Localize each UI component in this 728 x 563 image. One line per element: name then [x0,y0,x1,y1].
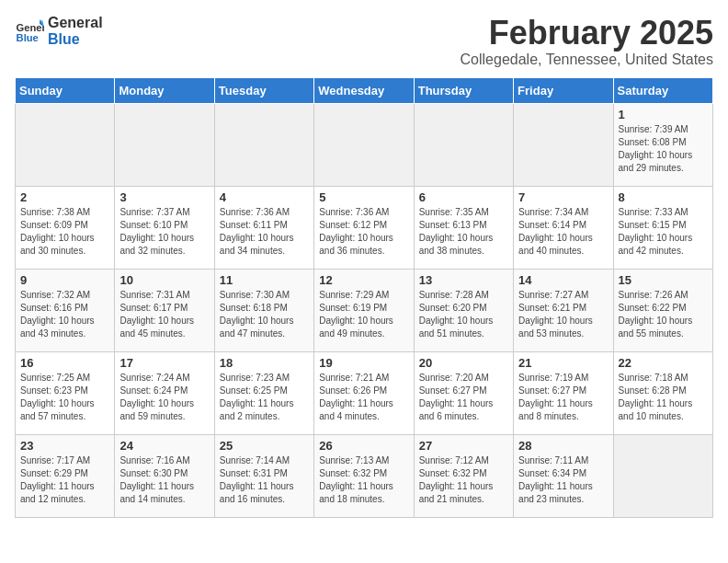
day-info: Sunrise: 7:11 AM Sunset: 6:34 PM Dayligh… [518,454,608,506]
day-number: 20 [419,356,508,370]
calendar-day-cell: 1Sunrise: 7:39 AM Sunset: 6:08 PM Daylig… [613,103,712,186]
day-info: Sunrise: 7:17 AM Sunset: 6:29 PM Dayligh… [20,454,109,506]
day-info: Sunrise: 7:38 AM Sunset: 6:09 PM Dayligh… [20,206,109,258]
calendar-day-cell [613,434,712,517]
calendar-week-row: 1Sunrise: 7:39 AM Sunset: 6:08 PM Daylig… [16,103,713,186]
calendar-day-cell: 10Sunrise: 7:31 AM Sunset: 6:17 PM Dayli… [115,269,214,351]
day-info: Sunrise: 7:29 AM Sunset: 6:19 PM Dayligh… [319,289,408,340]
calendar-day-cell: 15Sunrise: 7:26 AM Sunset: 6:22 PM Dayli… [613,269,712,351]
day-info: Sunrise: 7:25 AM Sunset: 6:23 PM Dayligh… [20,372,109,423]
day-number: 2 [20,190,109,204]
calendar-day-cell: 13Sunrise: 7:28 AM Sunset: 6:20 PM Dayli… [414,269,513,351]
day-number: 28 [518,439,608,453]
day-info: Sunrise: 7:35 AM Sunset: 6:13 PM Dayligh… [419,206,508,258]
day-number: 3 [119,190,209,204]
day-info: Sunrise: 7:16 AM Sunset: 6:30 PM Dayligh… [119,454,209,506]
day-info: Sunrise: 7:30 AM Sunset: 6:18 PM Dayligh… [220,289,309,340]
day-number: 11 [220,273,309,287]
day-of-week-header: Monday [115,77,214,103]
calendar-day-cell [16,103,115,186]
day-info: Sunrise: 7:36 AM Sunset: 6:11 PM Dayligh… [220,206,309,258]
calendar-day-cell: 6Sunrise: 7:35 AM Sunset: 6:13 PM Daylig… [414,186,513,269]
day-number: 26 [319,439,408,453]
page-header: General Blue General Blue February 2025 … [15,15,713,68]
calendar-day-cell: 16Sunrise: 7:25 AM Sunset: 6:23 PM Dayli… [16,351,115,434]
day-number: 21 [518,356,608,370]
calendar-day-cell: 14Sunrise: 7:27 AM Sunset: 6:21 PM Dayli… [514,269,613,351]
day-info: Sunrise: 7:14 AM Sunset: 6:31 PM Dayligh… [220,454,309,506]
day-info: Sunrise: 7:28 AM Sunset: 6:20 PM Dayligh… [419,289,508,340]
calendar-week-row: 23Sunrise: 7:17 AM Sunset: 6:29 PM Dayli… [16,434,713,517]
day-number: 5 [319,190,408,204]
logo-icon: General Blue [15,17,44,46]
day-info: Sunrise: 7:20 AM Sunset: 6:27 PM Dayligh… [419,372,508,423]
day-number: 27 [419,439,508,453]
day-info: Sunrise: 7:24 AM Sunset: 6:24 PM Dayligh… [119,372,209,423]
day-info: Sunrise: 7:31 AM Sunset: 6:17 PM Dayligh… [119,289,209,340]
day-info: Sunrise: 7:13 AM Sunset: 6:32 PM Dayligh… [319,454,408,506]
calendar-day-cell: 7Sunrise: 7:34 AM Sunset: 6:14 PM Daylig… [514,186,613,269]
day-number: 15 [619,273,708,287]
day-info: Sunrise: 7:19 AM Sunset: 6:27 PM Dayligh… [518,372,608,423]
day-number: 6 [419,190,508,204]
day-of-week-header: Tuesday [214,77,313,103]
calendar-day-cell: 23Sunrise: 7:17 AM Sunset: 6:29 PM Dayli… [16,434,115,517]
day-of-week-header: Friday [514,77,613,103]
day-number: 17 [119,356,209,370]
day-of-week-header: Sunday [16,77,115,103]
calendar-day-cell: 22Sunrise: 7:18 AM Sunset: 6:28 PM Dayli… [613,351,712,434]
day-number: 7 [518,190,608,204]
day-info: Sunrise: 7:18 AM Sunset: 6:28 PM Dayligh… [619,372,708,423]
calendar-day-cell: 5Sunrise: 7:36 AM Sunset: 6:12 PM Daylig… [314,186,414,269]
day-number: 25 [220,439,309,453]
calendar-day-cell: 2Sunrise: 7:38 AM Sunset: 6:09 PM Daylig… [16,186,115,269]
calendar-day-cell: 28Sunrise: 7:11 AM Sunset: 6:34 PM Dayli… [514,434,613,517]
calendar-header-row: SundayMondayTuesdayWednesdayThursdayFrid… [16,77,713,103]
calendar-day-cell: 19Sunrise: 7:21 AM Sunset: 6:26 PM Dayli… [314,351,414,434]
calendar-day-cell: 18Sunrise: 7:23 AM Sunset: 6:25 PM Dayli… [214,351,313,434]
day-number: 9 [20,273,109,287]
day-number: 8 [619,190,708,204]
calendar-week-row: 16Sunrise: 7:25 AM Sunset: 6:23 PM Dayli… [16,351,713,434]
day-number: 23 [20,439,109,453]
calendar-day-cell [115,103,214,186]
calendar-week-row: 2Sunrise: 7:38 AM Sunset: 6:09 PM Daylig… [16,186,713,269]
title-area: February 2025 Collegedale, Tennessee, Un… [461,15,713,68]
day-info: Sunrise: 7:12 AM Sunset: 6:32 PM Dayligh… [419,454,508,506]
calendar-day-cell: 4Sunrise: 7:36 AM Sunset: 6:11 PM Daylig… [214,186,313,269]
day-number: 4 [220,190,309,204]
day-number: 13 [419,273,508,287]
calendar-day-cell: 25Sunrise: 7:14 AM Sunset: 6:31 PM Dayli… [214,434,313,517]
day-number: 24 [119,439,209,453]
calendar-day-cell: 26Sunrise: 7:13 AM Sunset: 6:32 PM Dayli… [314,434,414,517]
day-number: 1 [619,108,708,121]
day-info: Sunrise: 7:37 AM Sunset: 6:10 PM Dayligh… [119,206,209,258]
logo-general-text: General [48,15,103,31]
calendar-day-cell: 24Sunrise: 7:16 AM Sunset: 6:30 PM Dayli… [115,434,214,517]
calendar-day-cell [414,103,513,186]
day-of-week-header: Saturday [613,77,712,103]
calendar-day-cell [314,103,414,186]
day-number: 19 [319,356,408,370]
day-info: Sunrise: 7:33 AM Sunset: 6:15 PM Dayligh… [619,206,708,258]
day-info: Sunrise: 7:39 AM Sunset: 6:08 PM Dayligh… [619,123,708,175]
calendar-day-cell: 20Sunrise: 7:20 AM Sunset: 6:27 PM Dayli… [414,351,513,434]
day-info: Sunrise: 7:23 AM Sunset: 6:25 PM Dayligh… [220,372,309,423]
calendar-day-cell: 3Sunrise: 7:37 AM Sunset: 6:10 PM Daylig… [115,186,214,269]
logo-blue-text: Blue [48,31,103,48]
calendar-day-cell: 9Sunrise: 7:32 AM Sunset: 6:16 PM Daylig… [16,269,115,351]
calendar-day-cell [514,103,613,186]
day-info: Sunrise: 7:32 AM Sunset: 6:16 PM Dayligh… [20,289,109,340]
calendar-day-cell: 12Sunrise: 7:29 AM Sunset: 6:19 PM Dayli… [314,269,414,351]
day-number: 14 [518,273,608,287]
calendar-day-cell: 8Sunrise: 7:33 AM Sunset: 6:15 PM Daylig… [613,186,712,269]
day-number: 22 [619,356,708,370]
calendar-day-cell: 11Sunrise: 7:30 AM Sunset: 6:18 PM Dayli… [214,269,313,351]
calendar-day-cell: 21Sunrise: 7:19 AM Sunset: 6:27 PM Dayli… [514,351,613,434]
day-of-week-header: Wednesday [314,77,414,103]
logo: General Blue General Blue [15,15,103,47]
day-info: Sunrise: 7:26 AM Sunset: 6:22 PM Dayligh… [619,289,708,340]
day-info: Sunrise: 7:36 AM Sunset: 6:12 PM Dayligh… [319,206,408,258]
day-info: Sunrise: 7:27 AM Sunset: 6:21 PM Dayligh… [518,289,608,340]
day-info: Sunrise: 7:34 AM Sunset: 6:14 PM Dayligh… [518,206,608,258]
